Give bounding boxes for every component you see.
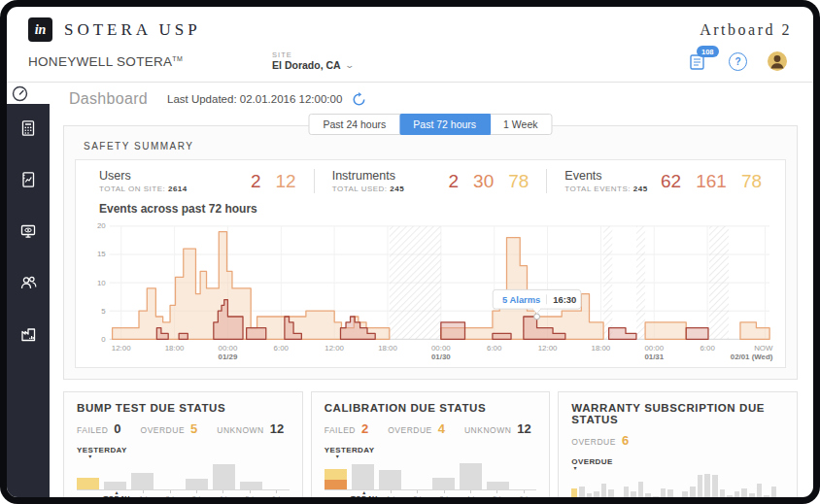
card-stat-value: 12 xyxy=(270,421,284,436)
caret-up-icon: ▴ xyxy=(115,488,118,495)
notifications-button[interactable]: 108 xyxy=(688,52,709,70)
mini-axis-label: 3d xyxy=(192,494,200,497)
stat-sub-value: 2614 xyxy=(168,185,188,193)
last-updated-label: Last Updated: xyxy=(167,93,237,105)
mini-axis-label: 5d xyxy=(245,494,253,497)
svg-text:00:00: 00:00 xyxy=(219,344,238,353)
mini-bar xyxy=(587,493,593,497)
sidebar-item-dashboard[interactable] xyxy=(7,83,32,104)
mini-bar xyxy=(749,493,755,497)
card-stat-value: 2 xyxy=(361,421,368,436)
svg-text:01/31: 01/31 xyxy=(644,353,664,361)
svg-text:15: 15 xyxy=(97,250,106,258)
caret-down-icon: ▾ xyxy=(574,464,577,471)
mini-bar-slot xyxy=(757,484,763,497)
card-stat-value: 5 xyxy=(190,421,197,436)
caret-down-icon: ▾ xyxy=(88,453,91,459)
instruments-calculator-icon xyxy=(19,119,37,137)
site-selector[interactable]: SITE El Dorado, CA ⌄ xyxy=(272,51,353,72)
mini-axis-tick xyxy=(470,490,471,493)
last-updated: Last Updated: 02.01.2016 12:00:00 xyxy=(167,93,342,105)
svg-text:12:00: 12:00 xyxy=(112,344,131,353)
mini-bar-segment xyxy=(325,480,347,489)
sidebar-item-monitoring[interactable] xyxy=(16,220,41,242)
mini-bar xyxy=(631,491,636,497)
svg-text:6:00: 6:00 xyxy=(487,344,502,353)
mini-bar xyxy=(432,478,455,489)
mini-bar-slot xyxy=(186,479,208,489)
mini-bar-slot xyxy=(571,488,577,497)
mini-bar xyxy=(77,478,99,489)
mini-bar xyxy=(690,487,696,497)
stat-sub: TOTAL EVENTS: 245 xyxy=(564,185,647,193)
stat-sub-value: 245 xyxy=(390,185,404,193)
tab-1-week[interactable]: 1 Week xyxy=(490,115,551,134)
mini-bar xyxy=(601,484,607,497)
mini-above-marker-label: YESTERDAY xyxy=(77,446,127,454)
app-window: in SOTERA USP Artboard 2 HONEYWELL SOTER… xyxy=(7,7,813,497)
mini-axis-tick xyxy=(444,490,445,493)
caret-down-icon: ▾ xyxy=(336,453,339,459)
stat-value: 2 xyxy=(251,171,261,192)
refresh-button[interactable] xyxy=(352,92,366,107)
mini-bar-slot xyxy=(749,493,755,497)
mini-bar xyxy=(460,463,482,489)
tab-past-72-hours[interactable]: Past 72 hours xyxy=(399,114,491,135)
mini-bar xyxy=(735,491,740,497)
summary-stats-row: Users TOTAL ON SITE: 2614 212 Instrument… xyxy=(76,160,785,200)
app-name: SOTERA USP xyxy=(64,20,201,40)
refresh-icon xyxy=(352,92,366,107)
mini-bar xyxy=(352,464,374,489)
mini-axis-label: 6d xyxy=(520,494,528,497)
mini-bar-slot xyxy=(213,464,235,489)
svg-text:00:00: 00:00 xyxy=(431,344,451,353)
stat-sub: TOTAL ON SITE: 2614 xyxy=(99,185,188,193)
status-cards-row: BUMP TEST DUE STATUS FAILED0OVERDUE5UNKN… xyxy=(63,391,798,497)
sidebar-item-reports[interactable] xyxy=(16,169,41,190)
card-stats: FAILED0OVERDUE5UNKNOWN12 xyxy=(77,421,290,436)
mini-bar xyxy=(771,487,777,497)
mini-bar-slot xyxy=(704,474,710,497)
mini-above-marker-label: OVERDUE xyxy=(571,457,612,466)
mini-bar xyxy=(653,496,659,497)
mini-bar-slot xyxy=(77,478,99,489)
svg-text:20: 20 xyxy=(97,221,106,230)
stat-name: Users xyxy=(99,169,188,183)
tab-past-24-hours[interactable]: Past 24 hours xyxy=(309,115,400,134)
svg-text:5 Alarms: 5 Alarms xyxy=(502,295,540,305)
help-button[interactable]: ? xyxy=(729,52,747,71)
events-chart-title: Events across past 72 hours xyxy=(99,202,777,216)
mini-bar xyxy=(704,474,710,497)
mini-chart: YESTERDAY▾TODAY▴1d2d3d4d5d6d xyxy=(77,446,290,497)
card-stat-label: OVERDUE xyxy=(571,437,616,447)
sidebar-item-instruments[interactable] xyxy=(16,118,41,139)
stat-events: Events TOTAL EVENTS: 245 6216178 xyxy=(546,169,779,193)
mini-bar xyxy=(487,482,509,489)
mini-bar-slot xyxy=(325,469,347,489)
card-calibration: CALIBRATION DUE STATUS FAILED2OVERDUE4UN… xyxy=(311,391,551,497)
mini-bar xyxy=(624,487,630,497)
mini-bar-slot xyxy=(698,475,703,497)
card-stat-label: OVERDUE xyxy=(141,425,186,435)
mini-bar xyxy=(608,489,614,497)
stat-sub: TOTAL USED: 245 xyxy=(332,185,405,193)
trademark-sup: TM xyxy=(172,54,183,61)
stat-value: 2 xyxy=(448,171,459,192)
sidebar-item-users[interactable] xyxy=(16,272,41,293)
mini-bar-slot xyxy=(587,493,593,497)
svg-text:6:00: 6:00 xyxy=(700,344,715,353)
sidebar-item-facility[interactable] xyxy=(16,323,41,345)
card-stats: FAILED2OVERDUE4UNKNOWN12 xyxy=(325,421,537,436)
mini-bar-slot xyxy=(690,487,696,497)
mini-bar-slot xyxy=(667,489,673,497)
mini-bar-slot xyxy=(352,464,374,489)
mini-bar-slot xyxy=(579,487,585,497)
safety-summary-title: SAFETY SUMMARY xyxy=(84,141,786,151)
mini-bar-slot xyxy=(601,484,607,497)
events-chart-svg[interactable]: 0510152012:0018:0000:0001/296:0012:0018:… xyxy=(84,216,777,363)
avatar[interactable] xyxy=(767,50,788,72)
stat-sub-label: TOTAL USED: xyxy=(332,185,388,193)
mini-bar-slot xyxy=(240,482,262,489)
mini-axis-tick xyxy=(391,490,392,493)
page-title: Dashboard xyxy=(69,90,148,108)
